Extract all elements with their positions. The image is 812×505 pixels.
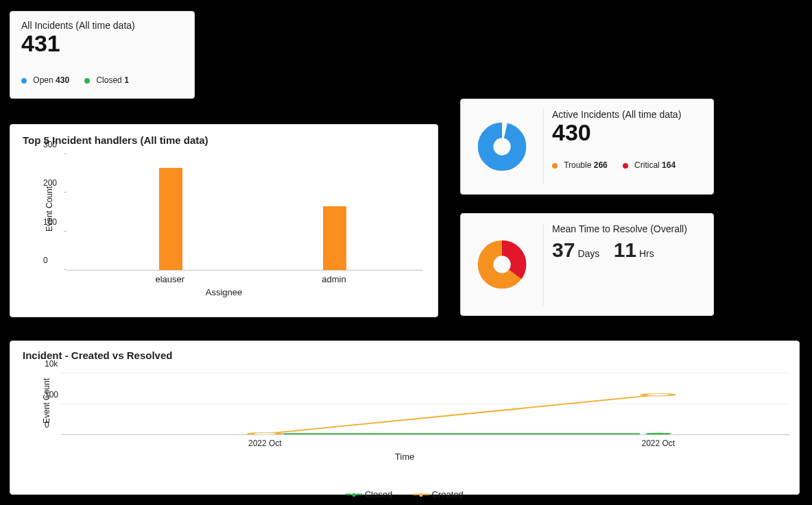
- ytick: 300: [43, 140, 57, 149]
- svg-point-8: [642, 432, 674, 434]
- ytick: 0: [43, 256, 48, 265]
- line-chart: Event Count 0 100 10k 2022: [49, 367, 789, 435]
- handlers-xlabel: Assignee: [23, 287, 425, 297]
- xtick: admin: [322, 274, 346, 284]
- card-active-incidents: Active Incidents (All time data) 430 Tro…: [460, 99, 714, 195]
- xtick: 2022 Oct: [641, 439, 675, 448]
- legend-line-created[interactable]: ━●━ Created: [413, 489, 464, 500]
- card-mttr: Mean Time to Resolve (Overall) 37Days 11…: [460, 213, 714, 316]
- active-value: 430: [552, 120, 705, 145]
- svg-point-10: [250, 432, 279, 434]
- card-all-incidents: All Incidents (All time data) 431 Open 4…: [10, 11, 195, 99]
- mttr-hrs-unit: Hrs: [639, 248, 654, 259]
- legend-trouble: Trouble 266: [552, 160, 608, 170]
- card-top5-handlers: Top 5 Incident handlers (All time data) …: [10, 124, 438, 317]
- all-incidents-value: 431: [21, 31, 183, 56]
- dot-icon: [84, 78, 90, 84]
- ytick: 0: [45, 420, 49, 430]
- legend-critical-label: Critical: [634, 160, 660, 170]
- legend-trouble-value: 266: [594, 160, 608, 170]
- legend-line-closed-label: Closed: [365, 489, 392, 500]
- mttr-hrs: 11: [614, 238, 636, 261]
- svg-line-9: [265, 395, 658, 434]
- xtick: 2022 Oct: [248, 439, 282, 448]
- legend-open: Open 430: [21, 75, 69, 85]
- legend-closed-value: 1: [124, 75, 129, 85]
- svg-point-2: [493, 138, 510, 155]
- legend-line-closed[interactable]: ━●━ Closed: [346, 489, 392, 500]
- donut-chart-icon: [476, 121, 528, 173]
- bar-elauser[interactable]: [159, 168, 182, 270]
- line-xlabel: Time: [23, 452, 787, 462]
- mttr-title: Mean Time to Resolve (Overall): [552, 223, 705, 234]
- handlers-chart: Event Count 0 100 200 300 elauser admin: [53, 147, 423, 271]
- bar-admin[interactable]: [323, 206, 346, 270]
- dot-icon: [623, 163, 628, 169]
- legend-open-value: 430: [56, 75, 69, 85]
- legend-critical-value: 164: [662, 160, 676, 170]
- svg-point-11: [644, 393, 673, 396]
- ytick: 100: [45, 390, 58, 399]
- line-title: Incident - Created vs Resolved: [23, 349, 787, 361]
- dot-icon: [552, 163, 558, 169]
- legend-trouble-label: Trouble: [564, 160, 591, 170]
- legend-line-created-label: Created: [432, 489, 464, 500]
- legend-critical: Critical 164: [623, 160, 676, 170]
- xtick: elauser: [155, 274, 184, 284]
- mttr-value: 37Days 11Hrs: [552, 238, 705, 262]
- ytick: 10k: [45, 359, 58, 369]
- handlers-title: Top 5 Incident handlers (All time data): [23, 134, 425, 146]
- mttr-days-unit: Days: [577, 248, 599, 259]
- dot-icon: [21, 78, 27, 84]
- active-title: Active Incidents (All time data): [552, 109, 705, 120]
- ytick: 200: [43, 178, 57, 188]
- all-incidents-title: All Incidents (All time data): [21, 20, 183, 31]
- ytick: 100: [43, 217, 57, 227]
- card-created-vs-resolved: Incident - Created vs Resolved Event Cou…: [10, 341, 800, 495]
- line-ylabel: Event Count: [42, 378, 51, 423]
- legend-open-label: Open: [33, 75, 53, 85]
- legend-closed: Closed 1: [84, 75, 129, 85]
- legend-closed-label: Closed: [96, 75, 121, 85]
- mttr-days: 37: [552, 238, 575, 261]
- donut-chart-icon: [476, 238, 528, 291]
- svg-point-5: [493, 256, 510, 273]
